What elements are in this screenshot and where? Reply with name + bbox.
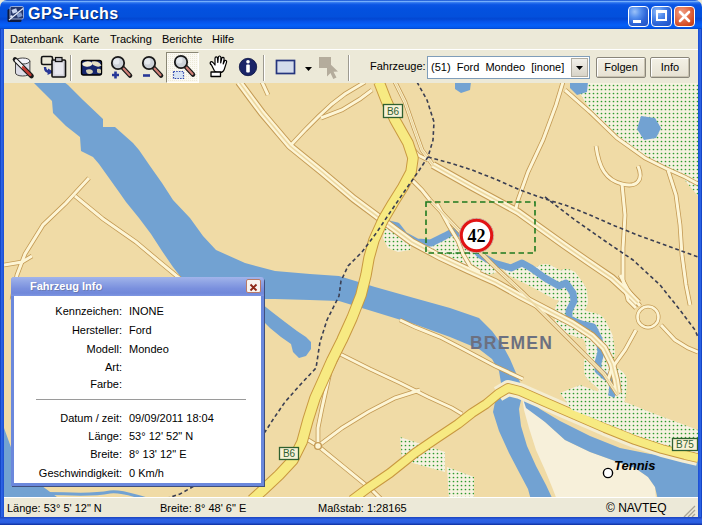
svg-text:42: 42 [468,226,486,246]
svg-text:Tennis: Tennis [614,458,655,473]
svg-text:B6: B6 [387,106,400,117]
svg-text:BREMEN: BREMEN [470,333,553,353]
svg-text:B6: B6 [283,448,296,459]
svg-text:B75: B75 [676,439,694,450]
